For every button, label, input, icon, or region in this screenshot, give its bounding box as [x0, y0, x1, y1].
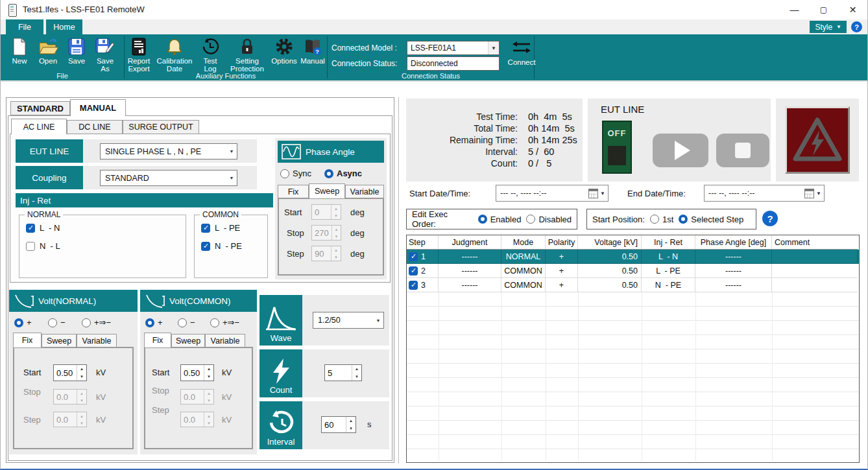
spinner-buttons[interactable]: ▲▼ — [77, 412, 86, 427]
new-button[interactable]: New — [6, 36, 32, 65]
tab-surge-output[interactable]: SURGE OUTPUT — [123, 120, 199, 134]
checkbox-l-pe[interactable]: L - PE — [201, 223, 240, 233]
volt-common-tab-variable[interactable]: Variable — [205, 334, 245, 347]
test-log-button[interactable]: Test Log — [197, 36, 223, 73]
eut-line-switch[interactable]: OFF — [602, 121, 632, 174]
phase-tab-fix[interactable]: Fix — [278, 185, 309, 198]
options-button[interactable]: Options — [271, 36, 297, 65]
spinner-buttons[interactable]: ▲▼ — [352, 365, 361, 381]
calibration-date-button[interactable]: Calibration Date — [154, 36, 195, 73]
phase-step-spinner[interactable]: 90 ▲▼ — [311, 246, 341, 261]
col-header-polarity[interactable]: Polarity — [546, 235, 578, 250]
volt-normal-tab-sweep[interactable]: Sweep — [42, 334, 77, 347]
start-pos-selected-radio[interactable]: Selected Step — [679, 215, 743, 224]
save-button[interactable]: Save — [64, 36, 90, 65]
tab-dc-line[interactable]: DC LINE — [67, 120, 123, 134]
phase-sync-radio[interactable]: Sync — [280, 169, 311, 178]
volt-common-tab-sweep[interactable]: Sweep — [171, 334, 205, 347]
checkbox-n-l[interactable]: N - L — [26, 241, 60, 251]
phase-start-spinner[interactable]: 0 ▲▼ — [311, 204, 341, 220]
phase-stop-spinner[interactable]: 270 ▲▼ — [311, 225, 341, 241]
spinner-buttons[interactable]: ▲▼ — [331, 246, 341, 261]
wave-combobox[interactable]: 1.2/50 ▼ — [313, 312, 384, 329]
high-voltage-warning-button[interactable] — [785, 106, 850, 174]
minimize-button[interactable]: — — [780, 0, 809, 19]
volt-common-stop-spinner[interactable]: 0.0 ▲▼ — [180, 389, 214, 405]
tab-standard[interactable]: STANDARD — [10, 101, 70, 115]
col-header-step[interactable]: Step — [407, 235, 439, 250]
phase-tab-variable[interactable]: Variable — [345, 185, 384, 198]
close-button[interactable]: ✕ — [838, 0, 867, 19]
phase-tab-sweep[interactable]: Sweep — [309, 183, 345, 198]
calendar-dropdown-icon[interactable]: ▼ — [804, 189, 821, 198]
spinner-buttons[interactable]: ▲▼ — [204, 390, 213, 404]
volt-common-plus-radio[interactable]: + — [145, 318, 163, 327]
maximize-button[interactable]: ▢ — [809, 0, 838, 19]
col-header-phase-angle[interactable]: Phase Angle [deg] — [695, 235, 772, 250]
volt-common-both-radio[interactable]: +⇒− — [210, 318, 239, 327]
row-checkbox[interactable] — [409, 266, 418, 276]
col-header-voltage[interactable]: Voltage [kV] — [578, 235, 642, 250]
checkbox-l-n[interactable]: L - N — [26, 223, 60, 233]
start-test-button[interactable] — [653, 134, 708, 167]
volt-normal-minus-radio[interactable]: − — [48, 318, 66, 327]
help-icon[interactable]: ? — [851, 21, 862, 32]
connect-button[interactable]: Connect — [509, 38, 535, 66]
volt-common-start-spinner[interactable]: 0.50 ▲▼ — [180, 364, 214, 381]
exec-help-icon[interactable]: ? — [762, 211, 778, 226]
exec-disabled-radio[interactable]: Disabled — [526, 215, 572, 224]
col-header-inj-ret[interactable]: Inj - Ret — [642, 235, 695, 250]
coupling-combobox[interactable]: STANDARD ▼ — [100, 170, 237, 186]
spinner-buttons[interactable]: ▲▼ — [77, 365, 86, 381]
report-export-button[interactable]: Report Export — [126, 36, 152, 73]
start-datetime-field[interactable]: --- --, ---- --:-- ▼ — [496, 185, 609, 202]
spinner-buttons[interactable]: ▲▼ — [204, 412, 213, 427]
volt-normal-stop-spinner[interactable]: 0.0 ▲▼ — [53, 389, 87, 405]
start-pos-1st-radio[interactable]: 1st — [650, 215, 673, 224]
stop-test-button[interactable] — [716, 134, 769, 167]
tab-ac-line[interactable]: AC LINE — [11, 119, 67, 134]
table-row[interactable]: 3 ------ COMMON + 0.50 N - PE ------ — [407, 278, 859, 292]
spinner-buttons[interactable]: ▲▼ — [204, 365, 213, 381]
phase-async-radio[interactable]: Async — [324, 169, 362, 178]
tab-home[interactable]: Home — [46, 19, 82, 34]
volt-normal-plus-radio[interactable]: + — [14, 318, 32, 327]
setting-protection-button[interactable]: Setting Protection — [226, 36, 269, 73]
spinner-buttons[interactable]: ▲▼ — [346, 417, 356, 432]
volt-common-step-spinner[interactable]: 0.0 ▲▼ — [180, 412, 214, 427]
volt-normal-step-spinner[interactable]: 0.0 ▲▼ — [53, 412, 87, 427]
col-header-mode[interactable]: Mode — [501, 235, 546, 250]
table-empty-area[interactable] — [407, 292, 859, 461]
connected-model-combobox[interactable]: LSS-FE01A1 ▼ — [407, 41, 500, 55]
eut-line-combobox[interactable]: SINGLE PHASE L , N , PE ▼ — [100, 143, 237, 159]
col-header-judgment[interactable]: Judgment — [439, 235, 501, 250]
col-header-comment[interactable]: Comment — [772, 235, 858, 250]
calendar-dropdown-icon[interactable]: ▼ — [588, 189, 605, 198]
end-datetime-field[interactable]: --- --, ---- --:-- ▼ — [704, 185, 825, 202]
spinner-buttons[interactable]: ▲▼ — [331, 205, 341, 219]
exec-enabled-radio[interactable]: Enabled — [478, 215, 522, 224]
eut-line-label: EUT LINE — [16, 139, 83, 163]
tab-manual[interactable]: MANUAL — [70, 99, 126, 116]
table-row[interactable]: 2 ------ COMMON + 0.50 L - PE ------ — [407, 264, 859, 278]
volt-normal-both-radio[interactable]: +⇒− — [82, 318, 111, 327]
table-row[interactable]: 1 ------ NORMAL + 0.50 L - N ------ — [407, 250, 859, 264]
spinner-buttons[interactable]: ▲▼ — [332, 226, 341, 240]
tab-file[interactable]: File — [6, 19, 43, 34]
row-checkbox[interactable] — [409, 281, 418, 290]
volt-common-minus-radio[interactable]: − — [178, 318, 195, 327]
save-as-button[interactable]: Save As — [92, 36, 118, 73]
manual-button[interactable]: ? Manual — [300, 36, 326, 65]
volt-normal-start-spinner[interactable]: 0.50 ▲▼ — [53, 364, 87, 381]
volt-normal-tab-variable[interactable]: Variable — [77, 334, 117, 347]
count-spinner[interactable]: 5 ▲▼ — [324, 364, 362, 381]
style-dropdown[interactable]: Style ▼ — [810, 21, 847, 33]
spinner-buttons[interactable]: ▲▼ — [77, 390, 86, 404]
remaining-time-value: 0h 14m 25s — [528, 135, 577, 145]
row-checkbox[interactable] — [409, 252, 418, 261]
open-button[interactable]: Open — [35, 36, 61, 65]
interval-spinner[interactable]: 60 ▲▼ — [321, 416, 356, 433]
volt-normal-tab-fix[interactable]: Fix — [13, 333, 42, 347]
checkbox-n-pe[interactable]: N - PE — [201, 241, 242, 251]
volt-common-tab-fix[interactable]: Fix — [144, 333, 171, 347]
